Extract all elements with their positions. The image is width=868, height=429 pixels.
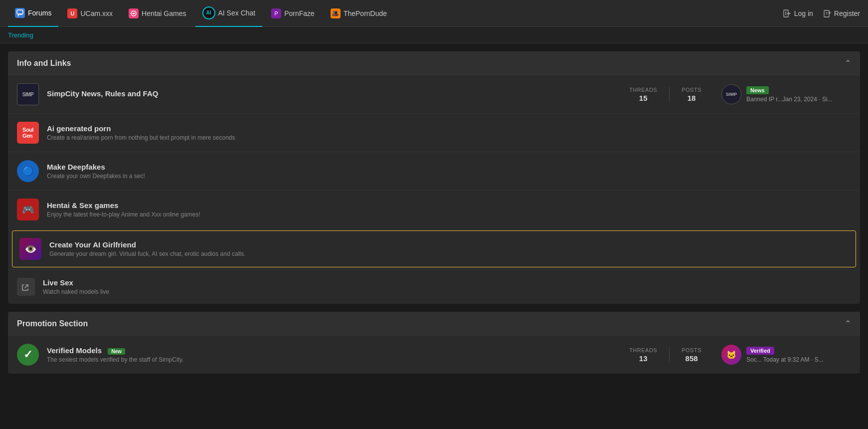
forums-icon bbox=[15, 8, 25, 18]
login-button[interactable]: Log in bbox=[783, 9, 813, 17]
forum-latest-verified-models: 🐱 Verified Soc... Today at 9:32 AM · S..… bbox=[721, 345, 851, 365]
forum-stats-simpcity-news: Threads 15 Posts 18 bbox=[617, 87, 713, 102]
deepfakes-icon: 🔵 bbox=[17, 160, 39, 182]
forum-name-verified-models: Verified Models New bbox=[47, 346, 609, 355]
forum-latest-simpcity-news: SIMP News Banned IP r...Jan 23, 2024 · S… bbox=[721, 84, 851, 104]
nav-item-aisex[interactable]: AI AI Sex Chat bbox=[195, 0, 263, 27]
stat-threads-value: 15 bbox=[629, 94, 657, 102]
tpd-icon: 🎩 bbox=[331, 8, 341, 18]
forum-row-live-sex[interactable]: Live Sex Watch naked models live bbox=[8, 269, 860, 304]
aisex-icon: AI bbox=[202, 6, 215, 19]
nav-item-pornfaze[interactable]: P PornFaze bbox=[264, 0, 322, 27]
latest-avatar-simpcity-news: SIMP bbox=[721, 84, 741, 104]
forum-row-simpcity-news[interactable]: SIMP SimpCity News, Rules and FAQ Thread… bbox=[8, 75, 860, 113]
badge-new-verified: New bbox=[108, 348, 125, 355]
ai-porn-icon: SoulGen bbox=[17, 122, 39, 144]
latest-avatar-verified: 🐱 bbox=[721, 345, 741, 365]
register-icon bbox=[823, 9, 831, 17]
nav-item-ucam[interactable]: U UCam.xxx bbox=[60, 0, 120, 27]
forum-info-verified-models: Verified Models New The sexiest models v… bbox=[47, 346, 609, 363]
forum-name-deepfakes: Make Deepfakes bbox=[47, 163, 851, 171]
forum-desc-ai-porn: Create a real/anime porn from nothing bu… bbox=[47, 134, 851, 141]
forum-desc-deepfakes: Create your own Deepfakes in a sec! bbox=[47, 173, 851, 180]
stat-threads: Threads 15 bbox=[617, 87, 670, 102]
latest-badge-news: News bbox=[746, 86, 769, 94]
ai-gf-icon: 👁️ bbox=[19, 238, 41, 260]
nav-forums-label: Forums bbox=[28, 9, 51, 17]
nav-hentai-label: Hentai Games bbox=[142, 9, 186, 17]
forum-info-ai-porn: Ai generated porn Create a real/anime po… bbox=[47, 124, 851, 141]
simpcity-news-icon: SIMP bbox=[17, 83, 39, 105]
forum-info-ai-gf: Create Your AI Girlfriend Generate your … bbox=[49, 240, 849, 257]
login-label: Log in bbox=[794, 9, 813, 17]
section-promotion-title: Promotion Section bbox=[17, 319, 88, 328]
stat-threads-verified-value: 13 bbox=[629, 354, 657, 363]
navbar: Forums U UCam.xxx Hentai Games AI AI Sex… bbox=[0, 0, 868, 27]
hentai-games-icon: 🎮 bbox=[17, 199, 39, 220]
main-content: Info and Links ⌃ SIMP SimpCity News, Rul… bbox=[0, 43, 868, 390]
forum-info-hentai-games: Hentai & Sex games Enjoy the latest free… bbox=[47, 201, 851, 218]
latest-info-verified: Verified Soc... Today at 9:32 AM · S... bbox=[746, 346, 851, 363]
forum-info-simpcity-news: SimpCity News, Rules and FAQ bbox=[47, 89, 609, 99]
forum-row-hentai-games[interactable]: 🎮 Hentai & Sex games Enjoy the latest fr… bbox=[8, 190, 860, 228]
login-icon bbox=[783, 9, 791, 17]
section-promotion: Promotion Section ⌃ ✓ Verified Models Ne… bbox=[8, 312, 860, 374]
forum-info-deepfakes: Make Deepfakes Create your own Deepfakes… bbox=[47, 163, 851, 180]
live-sex-icon bbox=[17, 278, 35, 296]
nav-ucam-label: UCam.xxx bbox=[80, 9, 113, 17]
forum-name-live-sex: Live Sex bbox=[43, 278, 851, 287]
nav-tpd-label: ThePornDude bbox=[344, 9, 387, 17]
forum-name-hentai-games: Hentai & Sex games bbox=[47, 201, 851, 210]
hentai-icon bbox=[129, 8, 139, 18]
forum-name-ai-porn: Ai generated porn bbox=[47, 124, 851, 133]
svg-rect-0 bbox=[17, 10, 23, 14]
forum-name-ai-gf: Create Your AI Girlfriend bbox=[49, 240, 849, 249]
latest-text-simpcity-news: Banned IP r...Jan 23, 2024 · Si... bbox=[746, 96, 846, 103]
section-promotion-chevron: ⌃ bbox=[845, 319, 851, 328]
stat-posts: Posts 18 bbox=[670, 87, 713, 102]
nav-item-forums[interactable]: Forums bbox=[8, 0, 58, 27]
verified-models-icon: ✓ bbox=[17, 344, 39, 366]
trending-label: Trending bbox=[8, 31, 33, 39]
forum-info-live-sex: Live Sex Watch naked models live bbox=[43, 278, 851, 295]
pornfaze-icon: P bbox=[271, 8, 281, 18]
section-info-links-header[interactable]: Info and Links ⌃ bbox=[8, 51, 860, 75]
nav-auth: Log in Register bbox=[783, 9, 860, 17]
forum-desc-ai-gf: Generate your dream girl. Virtual fuck, … bbox=[49, 250, 849, 257]
latest-text-verified: Soc... Today at 9:32 AM · S... bbox=[746, 356, 846, 363]
nav-pornfaze-label: PornFaze bbox=[284, 9, 315, 17]
nav-item-hentai[interactable]: Hentai Games bbox=[122, 0, 193, 27]
forum-desc-hentai-games: Enjoy the latest free-to-play Anime and … bbox=[47, 211, 851, 218]
stat-posts-value: 18 bbox=[682, 94, 701, 102]
section-info-links: Info and Links ⌃ SIMP SimpCity News, Rul… bbox=[8, 51, 860, 304]
section-info-links-title: Info and Links bbox=[17, 59, 71, 68]
latest-info-simpcity-news: News Banned IP r...Jan 23, 2024 · Si... bbox=[746, 86, 851, 103]
stat-threads-verified: Threads 13 bbox=[617, 347, 670, 363]
register-label: Register bbox=[834, 9, 860, 17]
forum-row-ai-porn[interactable]: SoulGen Ai generated porn Create a real/… bbox=[8, 113, 860, 152]
forum-row-ai-gf[interactable]: 👁️ Create Your AI Girlfriend Generate yo… bbox=[12, 230, 856, 267]
forum-row-wrapper-ai-gf: 👁️ Create Your AI Girlfriend Generate yo… bbox=[8, 228, 860, 269]
ucam-icon: U bbox=[67, 8, 77, 18]
trending-bar: Trending bbox=[0, 27, 868, 43]
forum-row-deepfakes[interactable]: 🔵 Make Deepfakes Create your own Deepfak… bbox=[8, 152, 860, 190]
register-button[interactable]: Register bbox=[823, 9, 860, 17]
forum-stats-verified-models: Threads 13 Posts 858 bbox=[617, 347, 713, 363]
forum-row-verified-models[interactable]: ✓ Verified Models New The sexiest models… bbox=[8, 335, 860, 374]
stat-posts-verified-value: 858 bbox=[682, 354, 701, 363]
nav-items: Forums U UCam.xxx Hentai Games AI AI Sex… bbox=[8, 0, 783, 27]
stat-posts-verified: Posts 858 bbox=[670, 347, 713, 363]
forum-name-simpcity-news: SimpCity News, Rules and FAQ bbox=[47, 89, 609, 98]
nav-aisex-label: AI Sex Chat bbox=[218, 9, 256, 17]
section-info-links-chevron: ⌃ bbox=[845, 58, 851, 68]
section-promotion-header[interactable]: Promotion Section ⌃ bbox=[8, 312, 860, 335]
latest-badge-verified: Verified bbox=[746, 347, 774, 355]
forum-desc-live-sex: Watch naked models live bbox=[43, 288, 851, 295]
forum-desc-verified-models: The sexiest models verified by the staff… bbox=[47, 356, 609, 363]
nav-item-theporndude[interactable]: 🎩 ThePornDude bbox=[324, 0, 394, 27]
